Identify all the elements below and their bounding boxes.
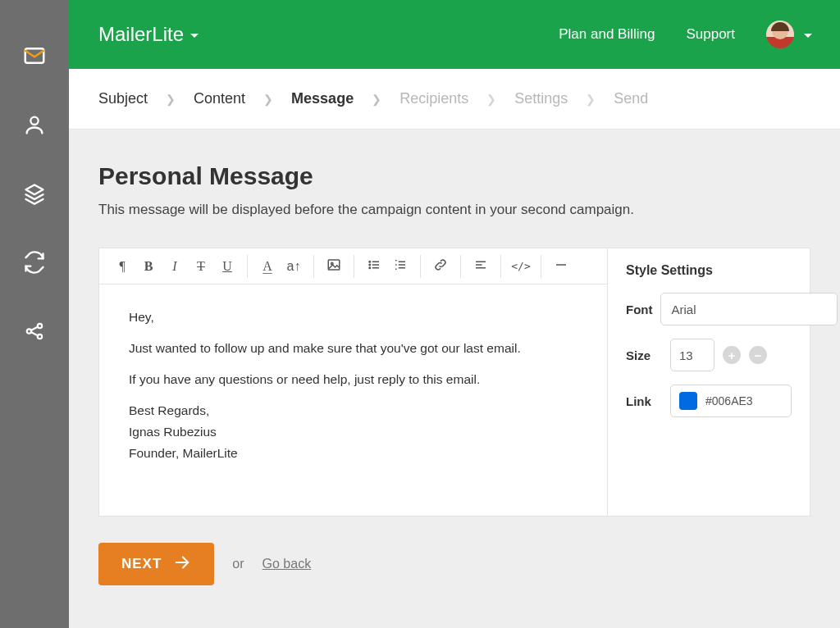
- sidebar-item-forms[interactable]: [0, 161, 69, 230]
- tb-hr[interactable]: [548, 253, 574, 280]
- tb-list-unordered[interactable]: [361, 253, 387, 280]
- page-title: Personal Message: [98, 162, 810, 190]
- crumb-recipients: Recipients: [399, 90, 468, 107]
- brand-dropdown[interactable]: MailerLite: [98, 23, 199, 46]
- sidebar-item-subscribers[interactable]: [0, 92, 69, 161]
- crumb-send: Send: [614, 90, 648, 107]
- tb-font-color[interactable]: A: [254, 253, 281, 280]
- toolbar-separator: [500, 255, 501, 278]
- editor-body[interactable]: Hey, Just wanted to follow up and make s…: [99, 284, 607, 488]
- go-back-link[interactable]: Go back: [262, 557, 312, 571]
- caret-down-icon: [190, 34, 199, 38]
- svg-line-7: [31, 332, 39, 335]
- chevron-right-icon: ❯: [166, 93, 176, 106]
- link-icon: [433, 257, 448, 275]
- account-menu[interactable]: [766, 20, 812, 48]
- tb-link[interactable]: [427, 253, 454, 280]
- svg-point-11: [369, 264, 371, 266]
- svg-point-12: [369, 267, 371, 269]
- tb-italic[interactable]: I: [162, 253, 188, 280]
- svg-point-1: [30, 117, 38, 125]
- chevron-right-icon: ❯: [372, 93, 381, 106]
- mail-icon: [22, 43, 47, 71]
- editor-line: Hey,: [129, 307, 578, 327]
- editor-line: Best Regards,: [129, 401, 578, 421]
- share-icon: [24, 321, 45, 345]
- layers-icon: [23, 182, 46, 208]
- size-label: Size: [626, 348, 662, 362]
- content-area: Personal Message This message will be di…: [69, 130, 840, 628]
- user-icon: [23, 113, 46, 139]
- breadcrumb: Subject ❯ Content ❯ Message ❯ Recipients…: [69, 69, 840, 130]
- field-size: Size + −: [626, 339, 792, 371]
- size-decrease-button[interactable]: −: [749, 346, 767, 364]
- toolbar-separator: [420, 255, 421, 278]
- font-input[interactable]: [660, 293, 838, 325]
- link-label: Link: [626, 394, 662, 408]
- link-color-input[interactable]: #006AE3: [670, 385, 792, 417]
- crumb-subject[interactable]: Subject: [98, 90, 148, 107]
- brand-name: MailerLite: [98, 23, 184, 46]
- chevron-right-icon: ❯: [586, 93, 596, 106]
- tb-font-size[interactable]: a↑: [281, 253, 307, 280]
- next-button[interactable]: NEXT: [98, 543, 214, 585]
- color-swatch: [679, 392, 697, 410]
- editor-line: If you have any questions or need help, …: [129, 370, 578, 389]
- toolbar-separator: [313, 255, 314, 278]
- tb-bold[interactable]: B: [135, 253, 162, 280]
- font-label: Font: [626, 303, 652, 316]
- field-font: Font: [626, 293, 792, 325]
- style-settings-title: Style Settings: [626, 263, 792, 278]
- topbar: MailerLite Plan and Billing Support: [69, 0, 840, 69]
- editor-line: Just wanted to follow up and make sure t…: [129, 339, 578, 358]
- sidebar-item-automation[interactable]: [0, 230, 69, 298]
- editor-toolbar: ¶ B I T U A a↑: [99, 248, 607, 284]
- svg-point-10: [369, 261, 371, 262]
- plus-icon: +: [728, 349, 736, 362]
- sidebar: [0, 0, 69, 628]
- toolbar-separator: [247, 255, 248, 278]
- tb-underline[interactable]: U: [214, 253, 240, 280]
- size-increase-button[interactable]: +: [723, 346, 741, 364]
- minus-icon: −: [755, 349, 762, 362]
- link-color-value: #006AE3: [705, 394, 753, 407]
- refresh-icon: [23, 251, 46, 277]
- sidebar-item-campaigns[interactable]: [0, 23, 69, 92]
- tb-list-ordered[interactable]: [387, 253, 413, 280]
- next-button-label: NEXT: [121, 556, 162, 572]
- list-ol-icon: [393, 257, 408, 275]
- page-description: This message will be displayed before th…: [98, 202, 810, 218]
- tb-paragraph[interactable]: ¶: [109, 253, 135, 280]
- crumb-content[interactable]: Content: [194, 90, 245, 107]
- editor: ¶ B I T U A a↑: [99, 248, 608, 516]
- editor-panel: ¶ B I T U A a↑: [98, 248, 810, 517]
- editor-line: Founder, MailerLite: [129, 444, 578, 463]
- size-input[interactable]: [670, 339, 714, 371]
- image-icon: [326, 257, 341, 275]
- caret-down-icon: [804, 34, 812, 38]
- nav-support[interactable]: Support: [686, 26, 735, 43]
- arrow-right-icon: [173, 553, 191, 576]
- crumb-settings: Settings: [514, 90, 568, 107]
- horizontal-rule-icon: [554, 257, 568, 275]
- field-link-color: Link #006AE3: [626, 385, 792, 417]
- toolbar-separator: [460, 255, 461, 278]
- avatar: [766, 20, 794, 48]
- tb-align[interactable]: [468, 253, 494, 280]
- or-text: or: [232, 557, 244, 571]
- list-ul-icon: [367, 257, 381, 275]
- chevron-right-icon: ❯: [486, 93, 496, 106]
- chevron-right-icon: ❯: [263, 93, 273, 106]
- tb-image[interactable]: [321, 253, 347, 280]
- editor-line: Ignas Rubezius: [129, 422, 578, 442]
- svg-line-6: [31, 327, 39, 330]
- tb-code[interactable]: </>: [508, 253, 534, 280]
- crumb-message[interactable]: Message: [291, 90, 354, 107]
- tb-strikethrough[interactable]: T: [188, 253, 214, 280]
- toolbar-separator: [541, 255, 541, 278]
- sidebar-item-integrations[interactable]: [0, 298, 69, 367]
- toolbar-separator: [354, 255, 354, 278]
- align-icon: [473, 257, 488, 275]
- nav-plan-billing[interactable]: Plan and Billing: [559, 26, 655, 43]
- footer-actions: NEXT or Go back: [98, 543, 810, 585]
